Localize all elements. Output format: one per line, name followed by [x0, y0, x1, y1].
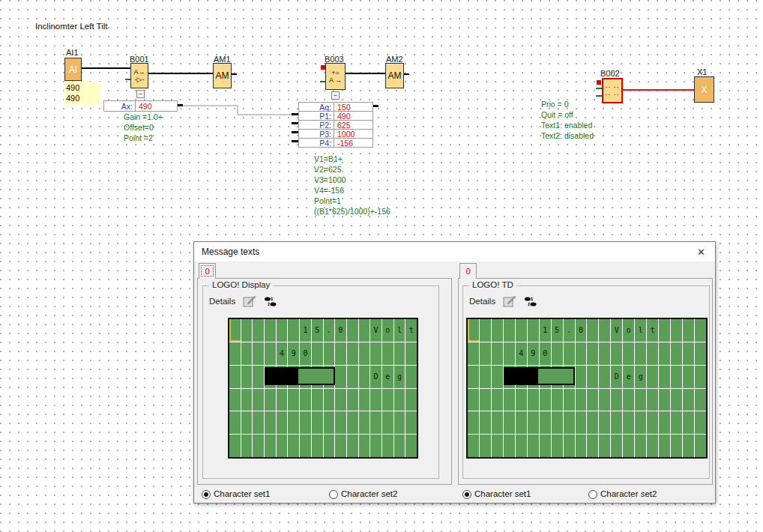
wire-ax-p1-seg1[interactable]	[183, 105, 238, 106]
lcd-cell[interactable]	[468, 435, 479, 457]
lcd-cell[interactable]	[347, 366, 358, 388]
lcd-cell[interactable]	[576, 411, 587, 434]
lcd-cell[interactable]	[241, 435, 253, 457]
lcd-cell[interactable]	[611, 411, 622, 434]
lcd-cell[interactable]	[576, 435, 587, 457]
lcd-cell[interactable]	[659, 435, 670, 457]
lcd-cell[interactable]	[611, 389, 622, 411]
lcd-cell[interactable]	[695, 319, 706, 342]
canvas[interactable]: Inclinomter Left Tilt AI1 AI 490 490 B00…	[0, 0, 763, 532]
lcd-cell[interactable]	[587, 389, 598, 411]
lcd-cell[interactable]: 9	[288, 342, 299, 365]
lcd-cell[interactable]	[229, 411, 241, 434]
lcd-cell[interactable]	[540, 411, 551, 434]
lcd-cell[interactable]	[540, 435, 551, 457]
lcd-cell[interactable]: o	[382, 319, 393, 342]
lcd-cell[interactable]	[347, 389, 358, 411]
lcd-cell[interactable]	[623, 389, 634, 411]
lcd-cell[interactable]	[253, 411, 264, 434]
lcd-cell[interactable]	[370, 411, 382, 434]
lcd-cell[interactable]	[647, 435, 658, 457]
lcd-cell[interactable]	[359, 319, 370, 342]
lcd-cell[interactable]: 9	[528, 342, 539, 365]
radio-charset2-td[interactable]	[588, 490, 597, 499]
lcd-cell[interactable]: l	[635, 319, 646, 342]
lcd-cell[interactable]	[492, 435, 503, 457]
lcd-cell[interactable]	[468, 342, 479, 365]
lcd-cell[interactable]	[300, 435, 311, 457]
lcd-cell[interactable]: .	[324, 319, 335, 342]
lcd-cell[interactable]	[492, 319, 503, 342]
lcd-cell[interactable]: o	[623, 319, 634, 342]
lcd-cell[interactable]	[516, 411, 527, 434]
lcd-cell[interactable]	[528, 319, 539, 342]
lcd-cell[interactable]	[382, 435, 393, 457]
lcd-cell[interactable]	[671, 389, 682, 411]
lcd-cell[interactable]	[229, 435, 241, 457]
lcd-cell[interactable]	[623, 411, 634, 434]
lcd-cell[interactable]	[405, 366, 417, 388]
lcd-cell[interactable]	[347, 342, 358, 365]
lcd-cell[interactable]	[635, 411, 646, 434]
lcd-cell[interactable]	[587, 319, 598, 342]
lcd-cell[interactable]	[683, 319, 694, 342]
lcd-cell[interactable]: 0	[576, 319, 587, 342]
lcd-cell[interactable]	[504, 342, 515, 365]
param-value[interactable]: 625	[334, 121, 351, 130]
lcd-cell[interactable]	[405, 389, 417, 411]
radio-label-charset1-td[interactable]: Character set1	[474, 489, 531, 498]
lcd-cell[interactable]	[587, 342, 598, 365]
lcd-cell[interactable]: D	[370, 366, 382, 388]
lcd-cell[interactable]	[382, 389, 393, 411]
lcd-cell[interactable]	[552, 411, 563, 434]
lcd-display[interactable]: 15.0Volt490Deg	[228, 318, 418, 459]
lcd-cell[interactable]	[576, 342, 587, 365]
lcd-cell[interactable]: g	[394, 366, 405, 388]
lcd-cell[interactable]: 1	[300, 319, 311, 342]
lcd-cell[interactable]	[312, 411, 323, 434]
block-ai1[interactable]: AI	[64, 58, 82, 81]
lcd-cell[interactable]	[265, 342, 276, 365]
edit-details-icon[interactable]	[243, 295, 256, 307]
lcd-cell[interactable]	[241, 319, 253, 342]
lcd-cell[interactable]: t	[647, 319, 658, 342]
lcd-cell[interactable]	[552, 435, 563, 457]
lcd-cell[interactable]	[671, 435, 682, 457]
lcd-cell[interactable]: V	[611, 319, 622, 342]
lcd-cell[interactable]	[671, 411, 682, 434]
lcd-cell[interactable]	[683, 411, 694, 434]
lcd-cell[interactable]	[647, 411, 658, 434]
lcd-cell[interactable]	[695, 342, 706, 365]
lcd-cell[interactable]	[540, 389, 551, 411]
lcd-cell[interactable]	[288, 319, 299, 342]
lcd-cell[interactable]	[611, 435, 622, 457]
lcd-cell[interactable]	[623, 435, 634, 457]
lcd-cell[interactable]	[635, 435, 646, 457]
lcd-cell[interactable]	[576, 389, 587, 411]
lcd-cell[interactable]: D	[611, 366, 622, 388]
b003-param-table[interactable]: Aq:150P1:490P2:625P3:1000P4:-156	[298, 102, 373, 148]
lcd-cell[interactable]	[324, 389, 335, 411]
lcd-cell[interactable]: t	[405, 319, 417, 342]
lcd-cell[interactable]	[405, 411, 417, 434]
lcd-cell[interactable]	[492, 342, 503, 365]
footprints-icon[interactable]	[524, 296, 537, 307]
lcd-cell[interactable]	[335, 366, 346, 388]
lcd-cell[interactable]	[659, 389, 670, 411]
lcd-cursor-cell[interactable]	[468, 319, 479, 342]
lcd-cell[interactable]	[265, 319, 276, 342]
lcd-cell[interactable]	[671, 342, 682, 365]
lcd-cell[interactable]	[492, 389, 503, 411]
lcd-cell[interactable]	[359, 411, 370, 434]
lcd-cell[interactable]	[480, 389, 491, 411]
lcd-cursor-cell[interactable]	[229, 319, 241, 342]
lcd-cell[interactable]	[253, 389, 264, 411]
lcd-cell[interactable]: 0	[540, 342, 551, 365]
lcd-cell[interactable]: 5	[312, 319, 323, 342]
bargraph[interactable]	[504, 367, 575, 385]
block-x1[interactable]: X	[694, 76, 714, 103]
lcd-cell[interactable]	[647, 366, 658, 388]
lcd-cell[interactable]	[394, 435, 405, 457]
lcd-cell[interactable]	[335, 389, 346, 411]
lcd-cell[interactable]: .	[564, 319, 575, 342]
